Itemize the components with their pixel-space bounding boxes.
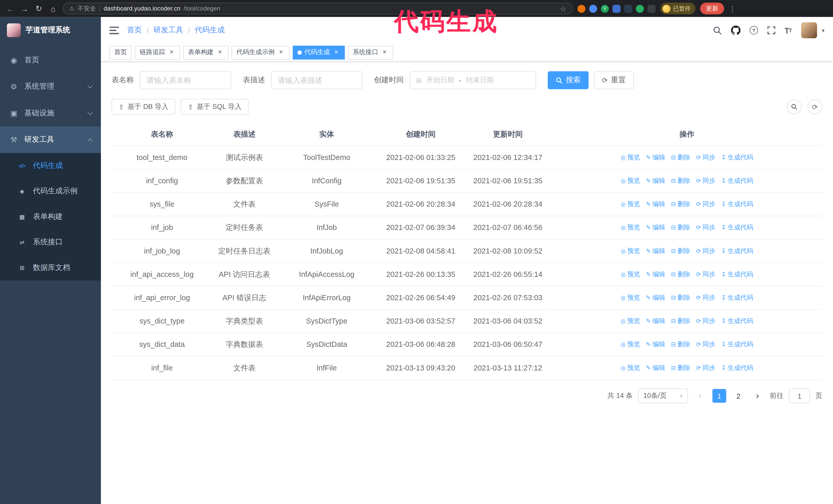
action-sync-link[interactable]: ⟳同步: [696, 152, 715, 163]
reload-icon[interactable]: ↻: [34, 4, 44, 13]
bookmark-star-icon[interactable]: ☆: [560, 5, 566, 13]
github-icon[interactable]: [731, 25, 740, 35]
action-delete-link[interactable]: ⊟删除: [671, 316, 690, 327]
action-generate-link[interactable]: ↧生成代码: [721, 222, 753, 233]
action-generate-link[interactable]: ↧生成代码: [721, 199, 753, 210]
action-delete-link[interactable]: ⊟删除: [671, 339, 690, 350]
forward-icon[interactable]: →: [20, 4, 29, 13]
action-preview-link[interactable]: ◎预览: [620, 175, 640, 187]
breadcrumb-devtools[interactable]: 研发工具: [153, 25, 183, 35]
tab-home[interactable]: 首页: [110, 45, 132, 59]
action-preview-link[interactable]: ◎预览: [620, 199, 640, 210]
close-icon[interactable]: ×: [277, 49, 285, 56]
action-edit-link[interactable]: ✎编辑: [646, 269, 665, 280]
action-generate-link[interactable]: ↧生成代码: [721, 152, 753, 163]
page-size-select[interactable]: 10条/页 ▾: [638, 388, 688, 403]
action-edit-link[interactable]: ✎编辑: [646, 199, 665, 210]
hamburger-icon[interactable]: [110, 26, 119, 34]
action-preview-link[interactable]: ◎预览: [620, 362, 640, 374]
close-icon[interactable]: ×: [333, 49, 340, 56]
action-delete-link[interactable]: ⊟删除: [671, 269, 690, 280]
extension-icon[interactable]: [636, 5, 644, 13]
page-2-button[interactable]: 2: [732, 389, 745, 403]
extension-icon[interactable]: [613, 5, 620, 13]
action-preview-link[interactable]: ◎预览: [620, 316, 640, 327]
action-generate-link[interactable]: ↧生成代码: [721, 175, 753, 187]
action-generate-link[interactable]: ↧生成代码: [721, 269, 753, 280]
puzzle-extension-icon[interactable]: [648, 5, 656, 13]
sidebar-item-form-builder[interactable]: ▦ 表单构建: [0, 204, 101, 230]
action-delete-link[interactable]: ⊟删除: [671, 246, 690, 257]
search-icon[interactable]: [713, 26, 722, 35]
action-edit-link[interactable]: ✎编辑: [646, 175, 665, 187]
sidebar-item-db-doc[interactable]: ⊞ 数据库文档: [0, 255, 101, 281]
tab-codegen[interactable]: 代码生成 ×: [293, 45, 345, 59]
font-size-icon[interactable]: TT: [785, 26, 792, 35]
action-generate-link[interactable]: ↧生成代码: [721, 362, 753, 374]
sidebar-item-codegen[interactable]: </> 代码生成: [0, 153, 101, 178]
action-sync-link[interactable]: ⟳同步: [696, 362, 715, 374]
page-1-button[interactable]: 1: [712, 389, 726, 403]
action-sync-link[interactable]: ⟳同步: [696, 292, 715, 304]
action-preview-link[interactable]: ◎预览: [620, 269, 640, 280]
refresh-table-button[interactable]: ⟳: [808, 99, 823, 114]
action-edit-link[interactable]: ✎编辑: [646, 362, 665, 374]
action-edit-link[interactable]: ✎编辑: [646, 316, 665, 327]
date-range-picker[interactable]: ⊞ 开始日期 - 结束日期: [410, 71, 536, 89]
toggle-search-button[interactable]: [787, 99, 802, 114]
table-name-input[interactable]: [140, 71, 231, 89]
action-delete-link[interactable]: ⊟删除: [671, 222, 690, 233]
action-edit-link[interactable]: ✎编辑: [646, 339, 665, 350]
breadcrumb-home[interactable]: 首页: [127, 25, 142, 35]
close-icon[interactable]: ×: [216, 49, 224, 56]
sidebar-item-codegen-example[interactable]: ◈ 代码生成示例: [0, 178, 101, 204]
table-desc-input[interactable]: [271, 71, 362, 89]
goto-page-input[interactable]: [789, 388, 810, 403]
action-delete-link[interactable]: ⊟删除: [671, 292, 690, 304]
tab-form-builder[interactable]: 表单构建 ×: [183, 45, 229, 59]
action-preview-link[interactable]: ◎预览: [620, 152, 640, 163]
extension-icon[interactable]: [624, 5, 632, 13]
action-generate-link[interactable]: ↧生成代码: [721, 339, 753, 350]
extension-icon[interactable]: [589, 5, 597, 13]
action-edit-link[interactable]: ✎编辑: [646, 152, 665, 163]
next-page-button[interactable]: ›: [751, 389, 765, 403]
action-generate-link[interactable]: ↧生成代码: [721, 316, 753, 327]
action-sync-link[interactable]: ⟳同步: [696, 246, 715, 257]
help-icon[interactable]: ?: [749, 26, 758, 34]
caret-down-icon[interactable]: ▾: [822, 27, 824, 33]
action-delete-link[interactable]: ⊟删除: [671, 199, 690, 210]
extension-icon[interactable]: V: [601, 5, 609, 13]
action-sync-link[interactable]: ⟳同步: [696, 222, 715, 233]
action-preview-link[interactable]: ◎预览: [620, 222, 640, 233]
action-sync-link[interactable]: ⟳同步: [696, 316, 715, 327]
user-avatar[interactable]: [801, 22, 817, 38]
action-delete-link[interactable]: ⊟删除: [671, 152, 690, 163]
action-delete-link[interactable]: ⊟删除: [671, 175, 690, 187]
import-sql-button[interactable]: ⇪ 基于 SQL 导入: [181, 99, 248, 115]
profile-paused-badge[interactable]: 已暂停: [660, 3, 695, 14]
fullscreen-icon[interactable]: [767, 26, 775, 34]
prev-page-button[interactable]: ‹: [693, 389, 707, 403]
sidebar-item-devtools[interactable]: ⚒ 研发工具: [0, 126, 101, 153]
close-icon[interactable]: ×: [381, 49, 388, 56]
reset-button[interactable]: ⟳ 重置: [594, 71, 634, 89]
action-sync-link[interactable]: ⟳同步: [696, 199, 715, 210]
close-icon[interactable]: ×: [168, 49, 175, 56]
back-icon[interactable]: ←: [5, 4, 15, 13]
action-generate-link[interactable]: ↧生成代码: [721, 246, 753, 257]
sidebar-item-infrastructure[interactable]: ▣ 基础设施: [0, 100, 101, 127]
action-sync-link[interactable]: ⟳同步: [696, 339, 715, 350]
home-icon[interactable]: ⌂: [48, 4, 58, 13]
sidebar-item-system[interactable]: ⚙ 系统管理: [0, 73, 101, 100]
chrome-update-button[interactable]: 更新: [700, 3, 724, 14]
action-generate-link[interactable]: ↧生成代码: [721, 292, 753, 304]
action-preview-link[interactable]: ◎预览: [620, 292, 640, 304]
tab-trace[interactable]: 链路追踪 ×: [135, 45, 180, 59]
action-delete-link[interactable]: ⊟删除: [671, 362, 690, 374]
app-logo[interactable]: 芋道管理系统: [0, 17, 101, 44]
extension-icon[interactable]: [577, 5, 586, 13]
action-preview-link[interactable]: ◎预览: [620, 339, 640, 350]
action-preview-link[interactable]: ◎预览: [620, 246, 640, 257]
action-sync-link[interactable]: ⟳同步: [696, 175, 715, 187]
